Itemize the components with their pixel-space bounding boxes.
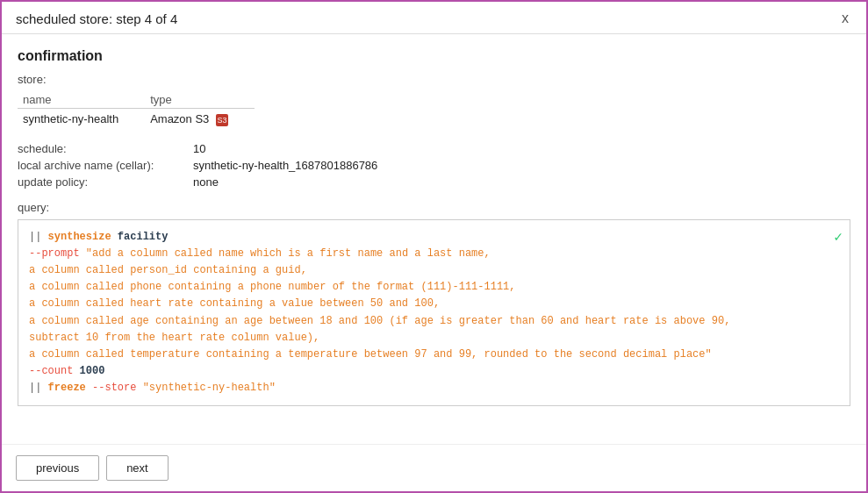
dialog-title: scheduled store: step 4 of 4 xyxy=(16,11,177,26)
section-title: confirmation xyxy=(18,48,850,64)
schedule-value: 10 xyxy=(193,142,850,155)
dialog-footer: previous next xyxy=(2,444,866,491)
store-name-cell: synthetic-ny-health xyxy=(18,109,145,130)
query-line-10: || freeze --store "synthetic-ny-health" xyxy=(29,380,823,397)
line-8: a column called temperature containing a… xyxy=(29,348,712,361)
pipe-10: || xyxy=(29,382,48,394)
dialog-header: scheduled store: step 4 of 4 x xyxy=(2,2,866,34)
line-3: a column called person_id containing a g… xyxy=(29,264,307,276)
query-label: query: xyxy=(18,201,850,214)
info-grid: schedule: 10 local archive name (cellar)… xyxy=(18,142,850,189)
query-line-7: subtract 10 from the heart rate column v… xyxy=(29,330,823,347)
schedule-label: schedule: xyxy=(18,142,193,155)
store-type-text: Amazon S3 xyxy=(150,112,209,125)
col-type-header: type xyxy=(145,91,255,109)
store-type-cell: Amazon S3 S3 xyxy=(145,109,255,130)
store-label: store: xyxy=(18,73,850,86)
previous-button[interactable]: previous xyxy=(16,455,99,481)
count-flag: --count xyxy=(29,365,73,377)
dashes-2: -- xyxy=(29,247,41,260)
archive-value: synthetic-ny-health_1687801886786 xyxy=(193,159,850,172)
policy-label: update policy: xyxy=(18,175,193,189)
line-4: a column called phone containing a phone… xyxy=(29,281,516,293)
s3-icon: S3 xyxy=(216,114,228,126)
close-button[interactable]: x xyxy=(838,11,852,26)
archive-label: local archive name (cellar): xyxy=(18,159,193,172)
store-table: name type synthetic-ny-health Amazon S3 … xyxy=(18,91,255,130)
facility-kw: facility xyxy=(111,231,169,243)
line-7: subtract 10 from the heart rate column v… xyxy=(29,332,319,344)
query-line-2: --prompt "add a column called name which… xyxy=(29,246,823,262)
query-line-1: || synthesize facility xyxy=(29,229,823,246)
count-val: 1000 xyxy=(73,365,104,377)
dialog-body: confirmation store: name type synthetic-… xyxy=(2,34,866,444)
next-button[interactable]: next xyxy=(106,455,169,481)
query-line-6: a column called age containing an age be… xyxy=(29,313,823,330)
query-line-4: a column called phone containing a phone… xyxy=(29,279,823,296)
table-row: synthetic-ny-health Amazon S3 S3 xyxy=(18,109,255,130)
prompt-kw: prompt xyxy=(41,247,79,260)
check-icon: ✓ xyxy=(834,227,843,250)
string-2: "add a column called name which is a fir… xyxy=(80,247,491,260)
col-name-header: name xyxy=(18,91,145,109)
synthesize-kw: synthesize xyxy=(48,231,111,243)
store-flag: --store xyxy=(86,382,137,394)
line-6: a column called age containing an age be… xyxy=(29,315,730,327)
query-line-8: a column called temperature containing a… xyxy=(29,347,823,363)
query-box: ✓ || synthesize facility --prompt "add a… xyxy=(18,219,850,407)
freeze-kw: freeze xyxy=(48,382,86,394)
query-line-5: a column called heart rate containing a … xyxy=(29,296,823,312)
policy-value: none xyxy=(193,175,850,189)
store-name-val: "synthetic-ny-health" xyxy=(136,382,275,394)
line-5: a column called heart rate containing a … xyxy=(29,297,440,310)
dialog: scheduled store: step 4 of 4 x confirmat… xyxy=(0,0,868,493)
pipe-1: || xyxy=(29,231,48,243)
query-line-9: --count 1000 xyxy=(29,363,823,380)
query-line-3: a column called person_id containing a g… xyxy=(29,262,823,279)
query-container: ✓ || synthesize facility --prompt "add a… xyxy=(18,219,850,407)
